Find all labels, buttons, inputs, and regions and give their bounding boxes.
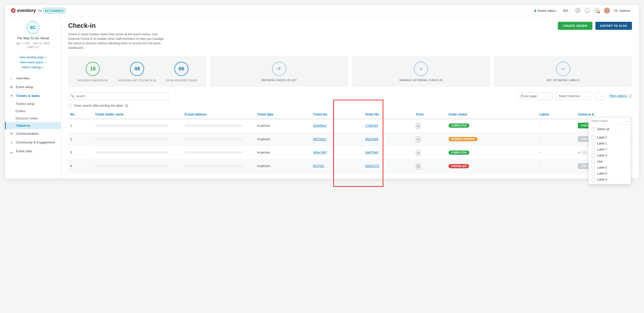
user-icon[interactable]: ☺: [585, 8, 590, 13]
col-type[interactable]: Ticket type: [255, 110, 311, 119]
sub-orders[interactable]: Orders: [5, 107, 61, 115]
checkbox[interactable]: [592, 148, 595, 151]
external-icon: ↗: [44, 61, 46, 64]
ticket-link[interactable]: d25d9bb7: [313, 124, 327, 127]
clear-search-checkbox[interactable]: [68, 104, 72, 108]
select-labels-dropdown[interactable]: Select labels: [589, 117, 631, 125]
sub-checkin[interactable]: Check-in: [5, 122, 61, 129]
col-labels[interactable]: Labels: [538, 110, 576, 119]
filter-label-row[interactable]: Label 5: [589, 165, 631, 171]
status-badge: COMPLETED: [449, 123, 469, 128]
badge-labels-card[interactable]: ▭SET UP BADGE LABELS: [494, 56, 632, 87]
brand-logo: ✱ eventory by 6CONNEX: [11, 8, 65, 13]
search-input[interactable]: [68, 92, 168, 100]
filter-label-row[interactable]: Label 7: [589, 146, 631, 152]
avatar[interactable]: [604, 8, 610, 14]
cell-email: [183, 119, 255, 132]
form-icon[interactable]: [416, 123, 420, 129]
nav-setup[interactable]: ⚙Event setup: [5, 83, 61, 91]
order-link[interactable]: 17d0cfd3: [365, 124, 378, 127]
checkbox[interactable]: [592, 142, 595, 145]
select-all-row[interactable]: Select all: [589, 126, 631, 132]
checkbox[interactable]: [592, 160, 595, 163]
cell-email: [183, 132, 255, 146]
event-name: The Way To Do Virtual: [9, 36, 57, 40]
cell-name: [93, 146, 183, 160]
filter-label-row[interactable]: Label 6: [589, 171, 631, 177]
checkbox[interactable]: [592, 178, 595, 181]
people-icon: ☺: [414, 62, 428, 76]
bell-icon[interactable]: ◔: [594, 8, 599, 13]
checkbox[interactable]: [592, 172, 595, 175]
people-icon: ☺: [10, 140, 14, 144]
filter-label-row[interactable]: new: [589, 159, 631, 165]
info-icon[interactable]: ?: [125, 104, 128, 107]
topbar: ✱ eventory by 6CONNEX Event status⌄ EN⌄ …: [5, 5, 639, 16]
event-status-toggle[interactable]: Event status⌄: [534, 9, 559, 13]
filter-label-row[interactable]: Label 3: [589, 152, 631, 159]
order-link[interactable]: 6b023272: [365, 164, 379, 168]
col-order-no[interactable]: Order No.: [363, 110, 414, 119]
cell-type: in-person: [255, 119, 311, 132]
columns-select[interactable]: Select columns: [556, 92, 591, 100]
form-icon[interactable]: [416, 137, 420, 142]
ticket-link[interactable]: 9bbe7487: [313, 151, 327, 154]
form-icon[interactable]: [416, 150, 420, 156]
table-row: 3in-person9bbe74879a8f7840COMPLETED-✓✕: [68, 146, 632, 160]
home-icon: ⌂: [10, 76, 14, 80]
col-no[interactable]: No.: [68, 110, 93, 119]
col-name[interactable]: Ticket holder name: [93, 110, 183, 119]
nav-tickets[interactable]: ✧Tickets & Sales: [5, 91, 61, 100]
col-ticket-no[interactable]: Ticket No.: [311, 110, 363, 119]
sub-discount[interactable]: Discount codes: [5, 115, 61, 122]
clear-filter-icon[interactable]: ✕: [628, 94, 632, 98]
chat-icon[interactable]: 💬: [575, 8, 580, 13]
per-page-select[interactable]: 25 per page: [517, 92, 552, 100]
nav-overview[interactable]: ⌂Overview: [5, 74, 61, 83]
event-logo: 6C: [27, 21, 39, 34]
cell-type: in-person: [255, 146, 311, 160]
clear-search-label: Clear search after printing the label: [74, 104, 123, 107]
sub-tickets-setup[interactable]: Tickets setup: [5, 100, 61, 107]
link-space[interactable]: View event space↗: [5, 60, 61, 65]
checkbox[interactable]: [592, 127, 595, 131]
form-icon[interactable]: [416, 164, 420, 169]
brand-by: by: [38, 9, 42, 13]
checkbox[interactable]: [592, 136, 595, 139]
checkbox[interactable]: [592, 154, 595, 157]
event-dates: Apr 1, 2021 - Dec 31, 2023(GMT+2): [9, 42, 57, 49]
stat-left-value: 48: [130, 62, 144, 76]
col-form[interactable]: Form: [414, 110, 447, 119]
filter-label-row[interactable]: Label 2: [589, 134, 631, 140]
brand-name: eventory: [17, 8, 36, 13]
export-xlsx-button[interactable]: EXPORT TO XLSX: [595, 22, 632, 30]
filter-options-link[interactable]: Filter options✕: [609, 94, 632, 98]
cancel-icon[interactable]: ✕: [582, 150, 586, 154]
nav-community[interactable]: ☺Community & Engagement: [5, 138, 61, 147]
ticket-link[interactable]: 4fd73e22: [313, 137, 326, 141]
nav-communication[interactable]: ✉Communication: [5, 129, 61, 138]
main-content: Check-in Check in ticket holders when th…: [61, 16, 639, 179]
cell-type: in-person: [255, 132, 311, 146]
filter-label-row[interactable]: Label 4: [589, 177, 631, 183]
nav-stats[interactable]: ▁Event stats: [5, 147, 61, 155]
manage-external-card[interactable]: ☺MANAGE EXTERNAL CHECK-IN: [352, 56, 490, 87]
link-landing[interactable]: View landing page↗: [5, 55, 61, 60]
extra-select[interactable]: [594, 92, 605, 100]
link-admin[interactable]: Admin settings↗: [5, 65, 61, 70]
col-email[interactable]: E-mail address: [183, 110, 255, 119]
refresh-card[interactable]: ↺REFRESH CHECK-IN LIST: [210, 56, 348, 87]
order-link[interactable]: 9a8f7840: [365, 151, 378, 154]
stat-left-label: HOLDERS LEFT TO CHECK-IN: [115, 79, 159, 82]
filter-label-row[interactable]: Label 1: [589, 140, 631, 146]
language-select[interactable]: EN⌄: [563, 9, 571, 13]
page-description: Check in ticket holders when they arrive…: [68, 32, 168, 50]
col-status[interactable]: Order status: [447, 110, 537, 119]
order-link[interactable]: df2d7b69: [365, 137, 378, 141]
checkbox[interactable]: [592, 166, 595, 169]
create-order-button[interactable]: CREATE ORDER: [558, 22, 592, 30]
greeting[interactable]: Hi, Joanna⌄: [614, 9, 633, 13]
filter-panel: Select labels Select all Label 2Label 1L…: [588, 117, 631, 184]
stats-card: 18HOLDERS CHECKED-IN 48HOLDERS LEFT TO C…: [68, 56, 206, 87]
ticket-link[interactable]: ffcd7f10: [313, 164, 324, 168]
